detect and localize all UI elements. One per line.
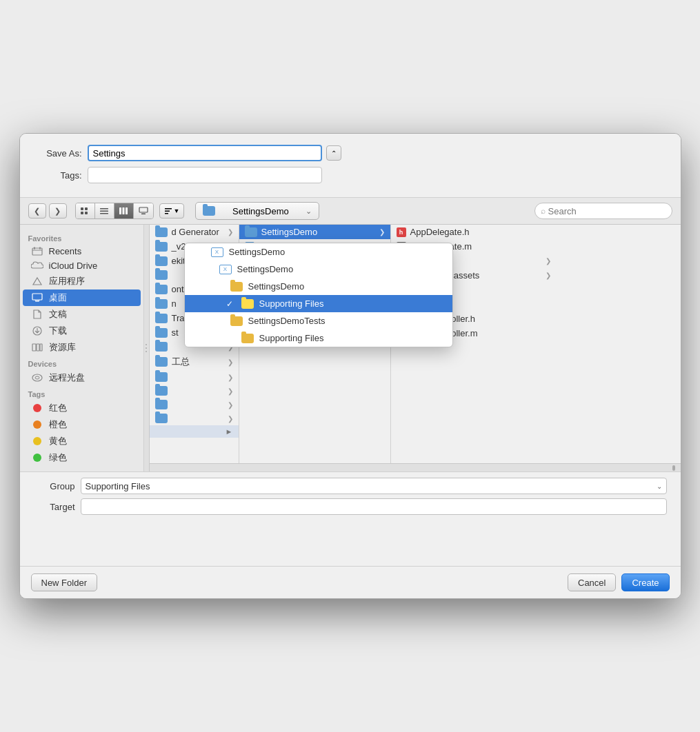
svg-rect-12: [165, 208, 172, 210]
target-select[interactable]: [81, 498, 667, 515]
dropdown-item-supporting-files[interactable]: ✓ Supporting Files: [185, 295, 452, 312]
search-box[interactable]: ⌕: [534, 203, 672, 219]
dropdown-item-settings-xcodeproj[interactable]: X SettingsDemo: [185, 243, 452, 261]
list-item[interactable]: ❯: [150, 370, 239, 384]
svg-rect-6: [100, 213, 108, 214]
horizontal-scrollbar[interactable]: [150, 463, 681, 471]
sidebar-resize-handle[interactable]: [144, 225, 150, 471]
folder-icon: [155, 414, 168, 423]
group-dropdown: X SettingsDemo X SettingsDemo SettingsDe…: [184, 243, 453, 347]
create-button[interactable]: Create: [621, 573, 669, 591]
gallery-view-button[interactable]: [134, 203, 153, 218]
check-icon: ✓: [226, 299, 236, 309]
list-item[interactable]: ►: [150, 425, 239, 438]
collapse-button[interactable]: ⌃: [326, 145, 341, 161]
chevron-icon: ❯: [546, 257, 551, 265]
save-as-input[interactable]: [88, 145, 322, 161]
svg-rect-16: [34, 247, 35, 249]
group-select[interactable]: Supporting Files ⌄: [81, 478, 667, 494]
folder-icon: [155, 227, 168, 237]
group-value: Supporting Files: [86, 481, 657, 491]
tags-input[interactable]: [88, 167, 322, 183]
tags-section-title: Tags: [20, 386, 143, 400]
chevron-icon: ❯: [228, 415, 233, 423]
sidebar-item-apps[interactable]: 应用程序: [23, 273, 141, 289]
svg-rect-0: [81, 207, 83, 210]
recents-icon: [31, 247, 43, 256]
forward-button[interactable]: ❯: [49, 203, 67, 218]
chevron-icon: ❯: [228, 401, 233, 409]
svg-point-27: [32, 374, 42, 381]
save-as-label: Save As:: [34, 148, 82, 159]
svg-rect-24: [32, 344, 36, 351]
dropdown-item-settings-folder[interactable]: SettingsDemo: [185, 278, 452, 295]
h-file-icon: h: [397, 227, 406, 237]
dropdown-item-supporting-files-2[interactable]: Supporting Files: [185, 329, 452, 347]
folder-icon: [155, 256, 168, 266]
list-view-button[interactable]: [95, 203, 114, 218]
list-item[interactable]: h AppDelegate.h: [391, 225, 557, 239]
list-item[interactable]: ❯: [150, 384, 239, 398]
folder-yellow-icon: [241, 334, 254, 343]
folder-icon: [155, 270, 168, 280]
svg-rect-15: [32, 248, 42, 255]
svg-rect-20: [35, 301, 39, 302]
list-item[interactable]: ❯: [150, 411, 239, 425]
arrange-button[interactable]: ▼: [159, 203, 185, 218]
icon-view-button[interactable]: [76, 203, 95, 218]
disk-icon: [31, 373, 43, 383]
search-input[interactable]: [548, 206, 659, 216]
folder-icon: [155, 400, 168, 409]
folder-icon: [155, 242, 168, 252]
sidebar-label-tag-orange: 橙色: [49, 418, 67, 431]
sidebar-item-library[interactable]: 资源库: [23, 339, 141, 356]
folder-icon: [155, 386, 168, 396]
sidebar-item-tag-yellow[interactable]: 黄色: [23, 433, 141, 449]
svg-rect-11: [141, 214, 146, 215]
sidebar-item-tag-green[interactable]: 绿色: [23, 449, 141, 466]
sidebar-item-icloud[interactable]: iCloud Drive: [23, 258, 141, 273]
chevron-icon: ❯: [228, 228, 233, 236]
back-button[interactable]: ❮: [28, 203, 46, 218]
folder-icon: [155, 357, 168, 367]
sidebar-label-tag-green: 绿色: [49, 451, 67, 464]
sidebar-item-remote-disk[interactable]: 远程光盘: [23, 369, 141, 386]
chevron-icon: ❯: [228, 374, 233, 381]
svg-rect-13: [165, 211, 170, 212]
dropdown-item-label: SettingsDemo: [229, 247, 286, 257]
location-button[interactable]: SettingsDemo ⌄: [195, 202, 319, 220]
new-folder-button[interactable]: New Folder: [31, 573, 97, 591]
downloads-icon: [31, 326, 43, 336]
sidebar-item-tag-red[interactable]: 红色: [23, 400, 141, 416]
sidebar-item-tag-orange[interactable]: 橙色: [23, 416, 141, 433]
svg-rect-17: [39, 247, 41, 249]
cloud-icon: [31, 261, 43, 271]
svg-rect-2: [81, 212, 83, 214]
desktop-icon: [31, 293, 43, 303]
dropdown-item-label: SettingsDemo: [237, 264, 294, 274]
favorites-section-title: Favorites: [20, 230, 143, 244]
sidebar-item-downloads[interactable]: 下载: [23, 323, 141, 339]
dropdown-item-settings-demo-tests[interactable]: SettingsDemoTests: [185, 312, 452, 329]
chevron-icon: ❯: [228, 387, 233, 395]
cancel-button[interactable]: Cancel: [568, 573, 616, 591]
svg-rect-25: [37, 344, 39, 351]
list-item[interactable]: d Generator ❯: [150, 225, 239, 239]
chevron-icon: ❯: [379, 228, 385, 236]
documents-icon: [31, 309, 43, 319]
folder-icon: [155, 299, 168, 309]
sidebar-label-desktop: 桌面: [49, 292, 67, 304]
tag-orange-icon: [31, 420, 43, 429]
list-item[interactable]: ❯: [150, 398, 239, 411]
list-item[interactable]: SettingsDemo ❯: [239, 225, 390, 239]
list-item[interactable]: 工总 ❯: [150, 354, 239, 370]
column-view-button[interactable]: [114, 203, 134, 218]
sidebar-item-recents[interactable]: Recents: [23, 244, 141, 258]
folder-icon: [155, 342, 168, 352]
sidebar-item-desktop[interactable]: 桌面: [23, 289, 141, 306]
sidebar-item-documents[interactable]: 文稿: [23, 306, 141, 323]
toolbar: ❮ ❯: [20, 198, 681, 225]
sidebar-label-tag-yellow: 黄色: [49, 435, 67, 447]
tags-label: Tags:: [34, 170, 82, 181]
dropdown-item-settings-proj[interactable]: X SettingsDemo: [185, 261, 452, 278]
